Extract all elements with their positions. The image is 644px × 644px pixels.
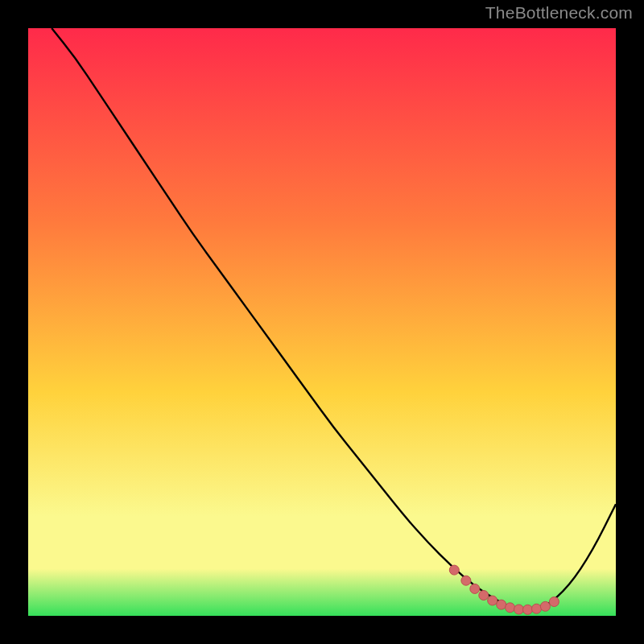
valley-marker	[540, 601, 550, 611]
gradient-background	[28, 28, 616, 616]
valley-marker	[532, 604, 542, 613]
valley-marker	[549, 597, 559, 607]
valley-marker	[479, 591, 489, 601]
valley-marker	[461, 576, 471, 585]
valley-marker	[488, 596, 497, 605]
valley-marker	[506, 603, 515, 613]
valley-marker	[449, 565, 459, 575]
chart-frame: TheBottleneck.com	[0, 0, 644, 644]
valley-marker	[470, 584, 480, 593]
valley-marker	[497, 600, 506, 609]
watermark-text: TheBottleneck.com	[485, 3, 633, 23]
plot-area	[28, 28, 616, 616]
valley-marker	[514, 605, 524, 614]
chart-svg	[28, 28, 616, 616]
valley-marker	[523, 605, 533, 614]
